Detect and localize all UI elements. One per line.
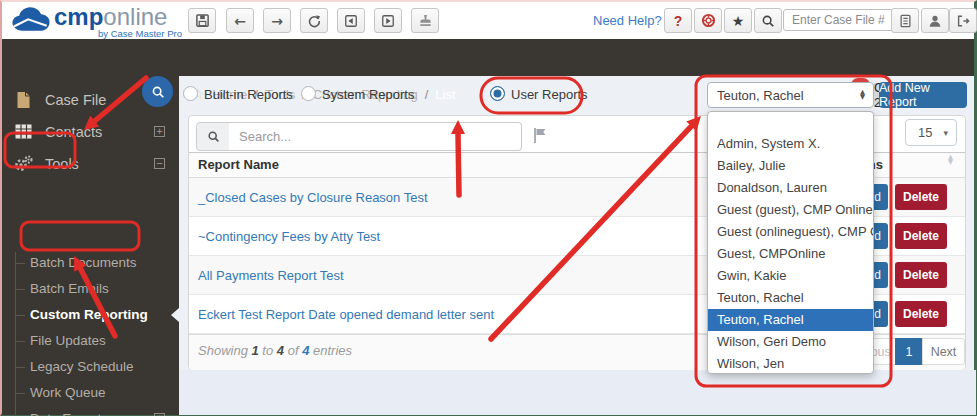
sidebar-item-work-queue[interactable]: Work Queue [2, 380, 179, 406]
top-header-bar: cmponline by Case Master Pro ← → Need He… [2, 2, 974, 39]
breadcrumb-list: List [435, 87, 455, 102]
report-link[interactable]: Eckert Test Report Date opened demand le… [198, 307, 494, 322]
entries-summary: Showing 1 to 4 of 4 entries [198, 343, 352, 358]
dropdown-option[interactable]: Teuton, Rachel [708, 287, 873, 309]
sidebar-item-contacts[interactable]: Contacts + [2, 116, 179, 147]
dropdown-option[interactable]: Guest (onlineguest), CMP Online [708, 221, 873, 243]
summary-text: of [288, 343, 299, 358]
radio-system-reports[interactable] [301, 86, 316, 101]
sidebar-item-label: Case File [45, 92, 106, 108]
flag-icon[interactable] [533, 127, 548, 144]
document-icon [899, 14, 912, 28]
sidebar-item-batch-emails[interactable]: Batch Emails [2, 276, 179, 302]
delete-button[interactable]: Delete [895, 301, 947, 327]
sidebar-item-legacy-schedule[interactable]: Legacy Schedule [2, 354, 179, 380]
report-owner-select[interactable]: Teuton, Rachel ▲▼ [707, 82, 874, 108]
column-header-report-name[interactable]: Report Name [198, 157, 279, 172]
table-search-input[interactable] [229, 122, 522, 151]
star-icon: ★ [732, 13, 745, 29]
dropdown-option-selected[interactable]: Teuton, Rachel [708, 309, 873, 331]
sidebar-item-tools[interactable]: Tools − [2, 148, 179, 179]
delete-button[interactable]: Delete [895, 184, 947, 210]
gears-icon [13, 155, 33, 172]
sidebar-item-custom-reporting[interactable]: Custom Reporting [2, 302, 179, 328]
pagination-next-button[interactable]: Next [922, 338, 965, 365]
life-ring-icon [701, 13, 716, 28]
secondary-header-bar: My Reviews 2 ☆Home/Tools/Custom Reportin… [2, 39, 974, 76]
summary-text: to [262, 343, 273, 358]
logo-tagline: by Case Master Pro [98, 28, 182, 39]
sort-down-icon: ▼ [948, 160, 953, 165]
summary-text: entries [313, 343, 352, 358]
case-file-number-input[interactable] [783, 9, 897, 31]
chevron-down-icon: ▾ [943, 128, 948, 138]
support-button[interactable] [694, 8, 722, 33]
dropdown-option[interactable] [708, 112, 873, 133]
dropdown-option[interactable]: Wilson, Jen [708, 353, 873, 374]
step-backward-button[interactable] [337, 8, 365, 33]
radio-label-user[interactable]: User Reports [511, 87, 588, 102]
report-link[interactable]: ~Contingency Fees by Atty Test [198, 229, 380, 244]
summary-total: 4 [302, 343, 309, 358]
tools-submenu: Batch Documents Batch Emails Custom Repo… [2, 250, 179, 416]
sidebar-item-data-export[interactable]: Data Export+ [2, 406, 179, 416]
report-link[interactable]: All Payments Report Test [198, 268, 344, 283]
sidebar-item-file-updates[interactable]: File Updates [2, 328, 179, 354]
page-size-select[interactable]: 15 ▾ [905, 119, 957, 146]
radio-label-built-in[interactable]: Built-in Reports [204, 87, 293, 102]
dropdown-option[interactable]: Gwin, Kakie [708, 265, 873, 287]
logo-cmp-text: cmp [54, 3, 103, 30]
refresh-button[interactable] [300, 8, 328, 33]
favorites-button[interactable]: ★ [724, 8, 752, 33]
expand-icon[interactable]: + [154, 126, 165, 137]
radio-user-reports[interactable] [490, 86, 505, 101]
document-button[interactable] [891, 8, 919, 33]
logout-button[interactable] [949, 8, 977, 33]
delete-button[interactable]: Delete [895, 223, 947, 249]
help-button[interactable]: ? [664, 8, 692, 33]
add-new-report-button[interactable]: Add New Report [879, 82, 967, 108]
back-button[interactable]: ← [226, 8, 254, 33]
case-file-icon [13, 91, 33, 109]
forward-button[interactable]: → [263, 8, 291, 33]
search-button[interactable] [754, 8, 782, 33]
sidebar-nav: Case File + Contacts + Tools − Batch Doc… [2, 76, 179, 415]
collapse-icon[interactable]: − [154, 158, 165, 169]
step-forward-button[interactable] [374, 8, 402, 33]
sign-out-icon [956, 14, 970, 28]
dropdown-option[interactable]: Wilson, Geri Demo [708, 331, 873, 353]
dropdown-option[interactable]: Donaldson, Lauren [708, 177, 873, 199]
refresh-icon [307, 14, 321, 28]
owner-dropdown-list: Admin, System X. Bailey, Julie Donaldson… [707, 111, 874, 374]
delete-button[interactable]: Delete [895, 262, 947, 288]
dropdown-option[interactable]: Bailey, Julie [708, 155, 873, 177]
dropdown-option[interactable]: Admin, System X. [708, 133, 873, 155]
need-help-link[interactable]: Need Help? [593, 13, 662, 28]
sidebar-item-label: Tools [45, 156, 79, 172]
sidebar-item-label: Data Export [30, 411, 101, 416]
summary-text: Showing [198, 343, 248, 358]
pagination-page-1-button[interactable]: 1 [895, 338, 923, 365]
dropdown-option[interactable]: Guest, CMPOnline [708, 243, 873, 265]
dropdown-option[interactable]: Guest (guest), CMP Online [708, 199, 873, 221]
sort-icon[interactable]: ▲▼ [948, 155, 953, 165]
logo-online-text: online [103, 3, 167, 30]
report-link[interactable]: _Closed Cases by Closure Reason Test [198, 190, 428, 205]
search-icon [151, 85, 165, 99]
contacts-grid-icon [13, 124, 33, 139]
summary-from: 1 [252, 343, 259, 358]
table-search-button[interactable] [196, 122, 230, 151]
search-icon [207, 130, 220, 143]
search-icon [761, 14, 775, 28]
sidebar-search-button[interactable] [142, 76, 173, 107]
app-logo: cmponline [54, 3, 167, 31]
stamp-button[interactable] [411, 8, 439, 33]
radio-built-in-reports[interactable] [183, 86, 198, 101]
question-icon: ? [674, 13, 683, 29]
save-button[interactable] [188, 8, 216, 33]
step-backward-icon [344, 14, 358, 28]
sidebar-item-label: Contacts [45, 124, 102, 140]
radio-label-system[interactable]: System Reports [322, 87, 414, 102]
sidebar-item-batch-documents[interactable]: Batch Documents [2, 250, 179, 276]
user-button[interactable] [921, 8, 949, 33]
